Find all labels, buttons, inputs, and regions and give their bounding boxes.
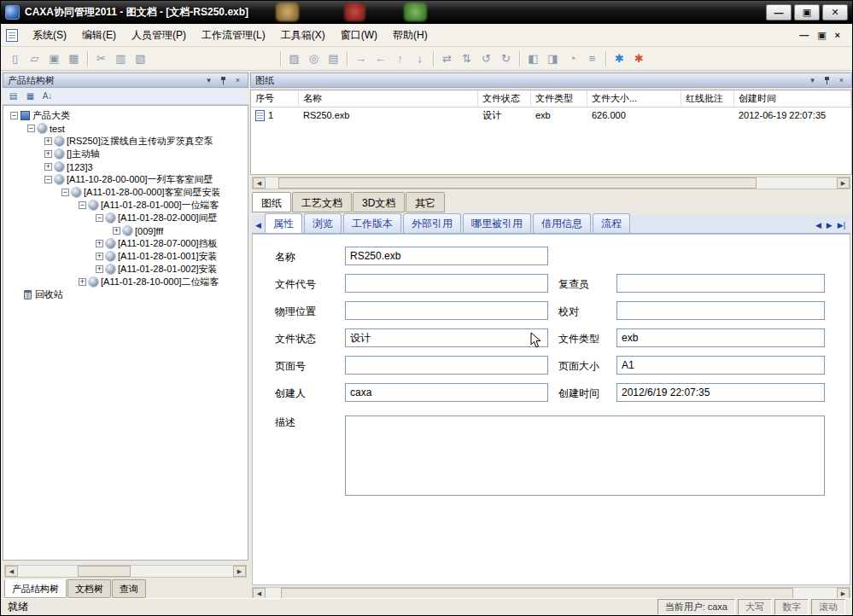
mdi-minimize-icon[interactable]: — <box>799 30 809 41</box>
tree-item[interactable]: + [A11-01-28-01-001]安装 <box>3 250 248 263</box>
tab-3d-docs[interactable]: 3D文档 <box>353 192 405 212</box>
expander-icon[interactable]: + <box>96 240 103 247</box>
expander-icon[interactable]: + <box>96 265 103 273</box>
expander-icon[interactable]: + <box>113 227 120 235</box>
panel-dropdown-icon[interactable]: ▾ <box>203 75 214 86</box>
tree-item[interactable]: + [RS250]泛摆线自主传动罗茨真空泵 <box>3 135 248 148</box>
properties-icon[interactable]: ≡ <box>583 49 601 67</box>
undo-icon[interactable]: ↺ <box>477 49 495 67</box>
tree-item-label[interactable]: [A11-01-28-02-000]间壁 <box>118 212 218 224</box>
tab-properties[interactable]: 属性 <box>265 213 302 233</box>
menu-toolbox[interactable]: 工具箱(X) <box>273 26 333 45</box>
unlock-icon[interactable]: ◨ <box>544 49 562 67</box>
tree-item-label[interactable]: []主动轴 <box>67 148 100 160</box>
tree-item-label[interactable]: [A11-01-28-07-000]挡板 <box>118 237 218 250</box>
tab-drawings[interactable]: 图纸 <box>252 192 291 212</box>
export-icon[interactable]: ← <box>371 49 389 67</box>
tab-other[interactable]: 其它 <box>406 192 445 212</box>
table-horizontal-scrollbar[interactable]: ◀ ▶ <box>252 177 850 189</box>
col-file-size[interactable]: 文件大小... <box>587 90 681 107</box>
copy-icon[interactable]: ▥ <box>112 49 130 67</box>
tree-item-label[interactable]: [A11-01-28-10-000]二位端客 <box>101 276 219 288</box>
paste-icon[interactable]: ▧ <box>131 49 149 67</box>
save-icon[interactable]: ▣ <box>45 49 63 67</box>
description-field[interactable] <box>345 416 825 496</box>
tree-item[interactable]: + [A11-01-28-10-000]二位端客 <box>3 276 248 288</box>
expander-icon[interactable]: + <box>44 150 52 158</box>
scrollbar-thumb[interactable] <box>278 177 757 189</box>
tree-item-label[interactable]: [A11-01-28-01-000]一位端客 <box>101 199 219 212</box>
preview-icon[interactable]: ▤ <box>324 49 342 67</box>
tree-item-label[interactable]: 产品大类 <box>32 109 70 122</box>
scroll-left-icon[interactable]: ◀ <box>5 566 18 577</box>
tree-item[interactable]: + []主动轴 <box>3 148 248 160</box>
tab-where-used[interactable]: 哪里被引用 <box>463 213 531 233</box>
tab-process-docs[interactable]: 工艺文档 <box>292 192 352 212</box>
tree-item[interactable]: + [A11-01-28-01-002]安装 <box>3 263 248 276</box>
tree-item-label[interactable]: [123]3 <box>67 162 93 172</box>
location-field[interactable] <box>345 301 548 320</box>
reviewer-field[interactable] <box>616 274 825 293</box>
table-row[interactable]: 1 RS250.exb 设计 exb 626.000 2012-06-19 22… <box>251 108 851 123</box>
close-button[interactable]: ✕ <box>822 4 848 20</box>
panel-close-icon[interactable]: × <box>232 75 243 86</box>
download-icon[interactable]: ↓ <box>411 49 429 67</box>
tab-query[interactable]: 查询 <box>112 579 146 598</box>
expander-icon[interactable]: + <box>96 253 103 260</box>
menu-edit[interactable]: 编辑(E) <box>74 26 124 45</box>
menu-system[interactable]: 系统(S) <box>25 26 74 45</box>
col-name[interactable]: 名称 <box>299 90 478 107</box>
tree-item[interactable]: − test <box>3 122 248 135</box>
file-status-field[interactable] <box>345 328 548 347</box>
col-file-status[interactable]: 文件状态 <box>478 90 531 107</box>
expander-icon[interactable]: + <box>44 137 52 145</box>
tab-product-tree[interactable]: 产品结构树 <box>4 579 67 598</box>
tree-item-label[interactable]: [009]fff <box>135 226 163 236</box>
tab-borrow-info[interactable]: 借用信息 <box>533 213 591 233</box>
tree-item-recycle-bin[interactable]: 回收站 <box>3 288 248 301</box>
panel-cascade-icon[interactable]: ▦ <box>23 90 38 103</box>
page-no-field[interactable] <box>345 356 548 375</box>
panel-close-icon[interactable]: × <box>836 75 847 86</box>
tree-item-label[interactable]: 回收站 <box>35 288 63 301</box>
tree-item[interactable]: − [A11-01-28-00-000]客室间壁安装 <box>3 186 248 199</box>
tree-item-label[interactable]: [A11-01-28-01-002]安装 <box>118 263 218 276</box>
import-icon[interactable]: → <box>352 49 370 67</box>
expander-icon[interactable]: + <box>79 278 86 286</box>
tab-workflow[interactable]: 流程 <box>593 213 630 233</box>
creator-field[interactable] <box>345 383 548 402</box>
col-redline[interactable]: 红线批注 <box>681 90 734 107</box>
tree-item-label[interactable]: [A11-01-28-01-001]安装 <box>118 250 218 263</box>
nav-next-icon[interactable]: ▶ <box>827 221 833 230</box>
mdi-restore-icon[interactable]: ▣ <box>817 30 826 41</box>
cut-icon[interactable]: ✂ <box>92 49 110 67</box>
file-code-field[interactable] <box>345 274 548 293</box>
expander-icon[interactable]: − <box>96 214 103 222</box>
tree-item[interactable]: − [A11-10-28-00-000]一列车客室间壁 <box>3 173 248 186</box>
upload-icon[interactable]: ↑ <box>391 49 409 67</box>
panel-dropdown-icon[interactable]: ▾ <box>807 75 818 86</box>
refresh-icon[interactable]: ↻ <box>497 49 515 67</box>
scroll-right-icon[interactable]: ▶ <box>837 177 850 189</box>
sort-az-icon[interactable]: A↓ <box>40 90 55 103</box>
tab-external-refs[interactable]: 外部引用 <box>403 213 461 233</box>
scroll-left-icon[interactable]: ◀ <box>253 177 266 189</box>
history-icon[interactable]: ◔ <box>564 49 581 67</box>
minimize-button[interactable]: — <box>766 4 792 20</box>
nav-prev-icon[interactable]: ◀ <box>815 221 821 230</box>
expander-icon[interactable]: − <box>10 112 18 119</box>
tree-item-label[interactable]: test <box>50 124 65 134</box>
menu-help[interactable]: 帮助(H) <box>385 26 435 45</box>
menu-workflow[interactable]: 工作流管理(L) <box>194 26 273 45</box>
tree-item-label[interactable]: [A11-01-28-00-000]客室间壁安装 <box>84 186 221 199</box>
expander-icon[interactable]: − <box>27 125 35 132</box>
expander-icon[interactable]: + <box>44 163 52 171</box>
proofread-field[interactable] <box>616 301 825 320</box>
menu-window[interactable]: 窗口(W) <box>333 26 385 45</box>
expander-icon[interactable]: − <box>44 176 52 183</box>
expander-icon[interactable]: − <box>79 201 86 209</box>
tools-gear-icon[interactable]: ✱ <box>630 49 648 67</box>
panel-layout-icon[interactable]: ▤ <box>6 90 20 103</box>
expander-icon[interactable]: − <box>61 189 69 196</box>
panel-pin-icon[interactable] <box>218 75 229 86</box>
